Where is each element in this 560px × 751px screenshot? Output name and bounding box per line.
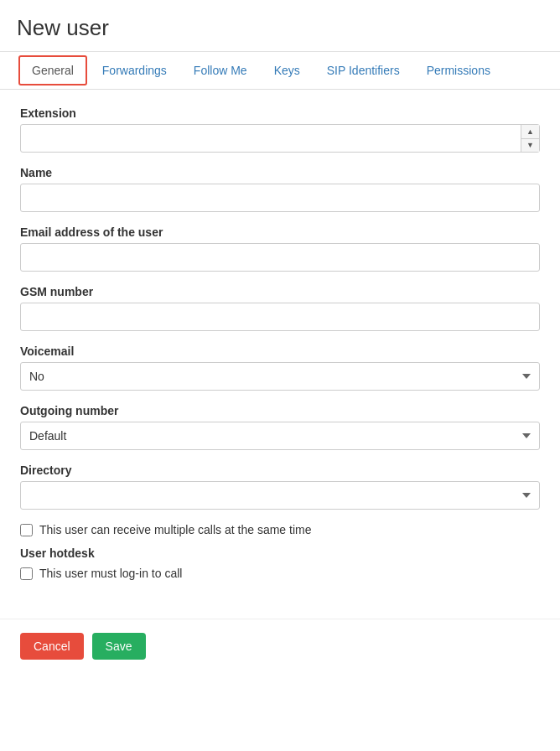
- extension-spinner: ▲ ▼: [521, 125, 539, 152]
- tab-forwardings[interactable]: Forwardings: [89, 54, 180, 87]
- name-group: Name: [20, 166, 540, 212]
- form-container: Extension ▲ ▼ Name Email address of the …: [0, 90, 560, 610]
- tab-general[interactable]: General: [18, 55, 87, 85]
- name-label: Name: [20, 166, 540, 179]
- multiple-calls-group: This user can receive multiple calls at …: [20, 523, 540, 536]
- user-hotdesk-group: User hotdesk This user must log-in to ca…: [20, 546, 540, 580]
- extension-input-wrapper: ▲ ▼: [20, 124, 540, 153]
- tab-permissions[interactable]: Permissions: [413, 54, 504, 87]
- footer-buttons: Cancel Save: [0, 619, 560, 673]
- voicemail-label: Voicemail: [20, 344, 540, 358]
- email-group: Email address of the user: [20, 225, 540, 272]
- user-hotdesk-label: User hotdesk: [20, 546, 540, 560]
- outgoing-number-group: Outgoing number Default: [20, 404, 540, 450]
- extension-group: Extension ▲ ▼: [20, 106, 540, 153]
- directory-select[interactable]: [20, 481, 540, 510]
- gsm-group: GSM number: [20, 285, 540, 331]
- save-button[interactable]: Save: [92, 633, 146, 660]
- multiple-calls-checkbox[interactable]: [20, 524, 33, 536]
- extension-label: Extension: [20, 106, 540, 120]
- email-label: Email address of the user: [20, 225, 540, 239]
- email-input[interactable]: [20, 243, 540, 272]
- gsm-input[interactable]: [20, 303, 540, 331]
- gsm-label: GSM number: [20, 285, 540, 298]
- directory-label: Directory: [20, 464, 540, 477]
- tab-keys[interactable]: Keys: [261, 54, 314, 87]
- directory-group: Directory: [20, 464, 540, 510]
- must-login-checkbox[interactable]: [20, 567, 33, 580]
- page-header: New user: [0, 0, 560, 52]
- page-title: New user: [17, 15, 543, 41]
- tab-sip-identifiers[interactable]: SIP Identifiers: [314, 54, 413, 87]
- outgoing-number-label: Outgoing number: [20, 404, 540, 417]
- voicemail-group: Voicemail No Yes: [20, 344, 540, 391]
- extension-down-btn[interactable]: ▼: [521, 139, 539, 153]
- cancel-button[interactable]: Cancel: [20, 633, 84, 660]
- extension-input[interactable]: [20, 124, 540, 153]
- extension-up-btn[interactable]: ▲: [521, 125, 539, 139]
- must-login-group: This user must log-in to call: [20, 567, 540, 580]
- tab-follow-me[interactable]: Follow Me: [180, 54, 261, 87]
- multiple-calls-label[interactable]: This user can receive multiple calls at …: [39, 523, 311, 536]
- name-input[interactable]: [20, 184, 540, 212]
- voicemail-select[interactable]: No Yes: [20, 362, 540, 391]
- must-login-label[interactable]: This user must log-in to call: [39, 567, 182, 580]
- tabs-bar: General Forwardings Follow Me Keys SIP I…: [0, 52, 560, 90]
- outgoing-number-select[interactable]: Default: [20, 422, 540, 450]
